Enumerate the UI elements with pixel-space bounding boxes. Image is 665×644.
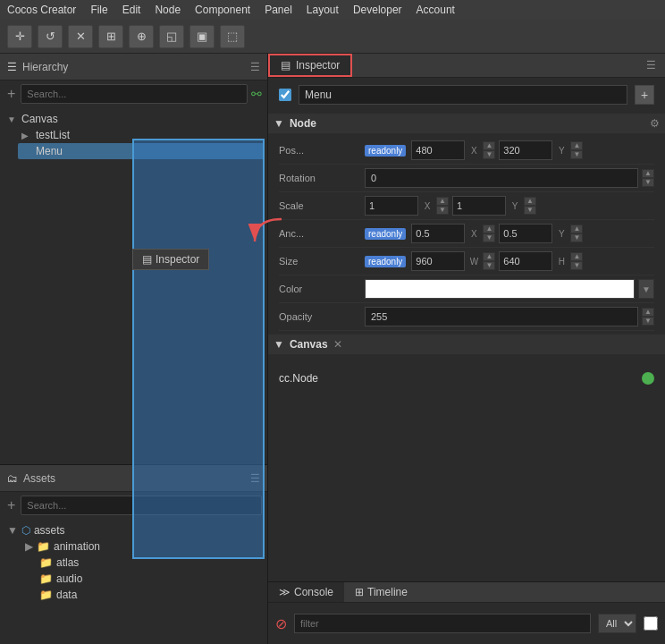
asset-item-audio[interactable]: 📁 audio xyxy=(21,571,264,587)
opacity-up-button[interactable]: ▲ xyxy=(642,308,654,317)
sprite-tool-button[interactable]: ⬚ xyxy=(220,25,245,48)
grid-tool-button[interactable]: ▣ xyxy=(189,25,215,48)
size-h-up-button[interactable]: ▲ xyxy=(570,252,583,261)
asset-item-atlas[interactable]: 📁 atlas xyxy=(21,555,264,571)
inspector-tab-floating[interactable]: ▤ Inspector xyxy=(132,249,209,270)
scale-tool-button[interactable]: ✕ xyxy=(68,25,93,48)
anchor-y-down-button[interactable]: ▼ xyxy=(570,233,583,242)
size-property-row: Size readonly W ▲ ▼ H ▲ ▼ xyxy=(279,248,654,275)
opacity-input[interactable] xyxy=(365,307,638,326)
asset-item-assets-root[interactable]: ▼ ⬡ assets xyxy=(4,522,264,538)
pos-x-input[interactable] xyxy=(411,140,465,160)
asset-item-data[interactable]: 📁 data xyxy=(21,587,264,603)
pos-readonly-badge: readonly xyxy=(365,145,406,157)
scale-x-down-button[interactable]: ▼ xyxy=(436,206,449,215)
rotation-up-button[interactable]: ▲ xyxy=(642,169,654,178)
pos-x-spinners: ▲ ▼ xyxy=(483,141,495,159)
color-dropdown-arrow[interactable]: ▼ xyxy=(638,279,654,299)
node-section-header[interactable]: ▼ Node ⚙ xyxy=(268,114,665,133)
color-label: Color xyxy=(279,284,359,294)
scale-y-input[interactable] xyxy=(452,196,506,216)
inspector-tab-more[interactable]: ☰ xyxy=(637,54,665,77)
size-w-down-button[interactable]: ▼ xyxy=(483,261,495,270)
canvas-section-close-icon[interactable]: ✕ xyxy=(333,338,342,351)
scale-y-down-button[interactable]: ▼ xyxy=(524,206,536,215)
assets-add-button[interactable]: + xyxy=(5,497,17,513)
anchor-y-up-button[interactable]: ▲ xyxy=(570,225,583,233)
menu-developer[interactable]: Developer xyxy=(353,4,402,16)
hierarchy-menu-icon[interactable]: ☰ xyxy=(250,61,260,73)
timeline-tab[interactable]: ⊞ Timeline xyxy=(344,582,418,602)
filter-input[interactable] xyxy=(294,614,591,633)
hierarchy-add-button[interactable]: + xyxy=(5,86,17,102)
node-active-checkbox[interactable] xyxy=(279,89,291,101)
pos-x-up-button[interactable]: ▲ xyxy=(483,141,495,150)
rotation-input[interactable] xyxy=(365,168,638,188)
rotation-down-button[interactable]: ▼ xyxy=(642,178,654,187)
anchor-x-spinners: ▲ ▼ xyxy=(483,225,495,242)
tree-item-menu[interactable]: Menu xyxy=(18,143,264,159)
frame-tool-button[interactable]: ◱ xyxy=(159,25,184,48)
anchor-x-input[interactable] xyxy=(411,224,465,243)
timeline-tab-label: Timeline xyxy=(367,586,408,598)
menu-cocos[interactable]: Cocos Creator xyxy=(7,4,76,16)
size-w-input[interactable] xyxy=(411,251,465,271)
opacity-down-button[interactable]: ▼ xyxy=(642,317,654,326)
console-checkbox[interactable] xyxy=(644,616,658,631)
move-tool-button[interactable]: ✛ xyxy=(7,25,32,48)
pos-y-input[interactable] xyxy=(499,140,552,160)
pos-y-up-button[interactable]: ▲ xyxy=(570,141,583,150)
console-tab[interactable]: ≫ Console xyxy=(268,582,344,602)
inspector-content: + ▼ Node ⚙ Pos... readonly X ▲ ▼ xyxy=(268,78,665,581)
node-section-gear-icon[interactable]: ⚙ xyxy=(650,117,660,130)
anchor-x-up-button[interactable]: ▲ xyxy=(483,225,495,233)
assets-search-bar: + xyxy=(0,492,267,519)
hierarchy-panel: ☰ Hierarchy ☰ + ⚯ ▼ Canvas ▶ testList xyxy=(0,54,267,465)
menu-edit[interactable]: Edit xyxy=(122,4,141,16)
pos-x-down-button[interactable]: ▼ xyxy=(483,150,495,159)
hierarchy-search-input[interactable] xyxy=(21,84,248,104)
size-w-label: W xyxy=(468,257,479,267)
color-swatch[interactable] xyxy=(365,279,635,299)
menu-layout[interactable]: Layout xyxy=(307,4,339,16)
rect-tool-button[interactable]: ⊞ xyxy=(98,25,123,48)
size-label: Size xyxy=(279,256,359,267)
pos-label: Pos... xyxy=(279,145,359,156)
add-component-button[interactable]: + xyxy=(635,85,654,105)
canvas-section-arrow: ▼ xyxy=(274,338,284,351)
inspector-tab[interactable]: ▤ Inspector xyxy=(268,54,352,77)
testlist-label: testList xyxy=(36,129,70,141)
menu-label: Menu xyxy=(36,145,63,157)
animation-expand-icon: ▶ xyxy=(25,540,33,553)
scale-y-up-button[interactable]: ▲ xyxy=(524,197,536,206)
scale-x-up-button[interactable]: ▲ xyxy=(436,197,449,206)
node-name-input[interactable] xyxy=(299,85,627,105)
anchor-y-input[interactable] xyxy=(499,224,552,243)
size-w-up-button[interactable]: ▲ xyxy=(483,252,495,261)
hierarchy-tree: ▼ Canvas ▶ testList Menu xyxy=(0,107,267,464)
canvas-section-header[interactable]: ▼ Canvas ✕ xyxy=(268,335,665,354)
menu-component[interactable]: Component xyxy=(195,4,250,16)
assets-search-input[interactable] xyxy=(21,496,262,515)
menu-panel[interactable]: Panel xyxy=(265,4,292,16)
rotate-tool-button[interactable]: ↺ xyxy=(38,25,63,48)
assets-title: Assets xyxy=(23,472,245,485)
scale-x-label: X xyxy=(422,201,433,211)
tree-item-testlist[interactable]: ▶ testList xyxy=(18,127,264,143)
scale-x-input[interactable] xyxy=(365,196,418,216)
add-tool-button[interactable]: ⊕ xyxy=(129,25,154,48)
hierarchy-link-icon[interactable]: ⚯ xyxy=(251,87,262,101)
pos-y-down-button[interactable]: ▼ xyxy=(570,150,583,159)
tree-item-canvas[interactable]: ▼ Canvas xyxy=(4,111,264,127)
menu-node[interactable]: Node xyxy=(155,4,181,16)
size-h-down-button[interactable]: ▼ xyxy=(570,261,583,270)
size-h-input[interactable] xyxy=(499,251,552,271)
menu-file[interactable]: File xyxy=(90,4,107,16)
menu-account[interactable]: Account xyxy=(417,4,455,16)
filter-dropdown[interactable]: All xyxy=(598,614,636,633)
clear-console-button[interactable]: ⊘ xyxy=(275,615,287,632)
assets-expand-icon: ▼ xyxy=(7,524,18,537)
asset-item-animation[interactable]: ▶ 📁 animation xyxy=(21,538,264,555)
assets-menu-icon[interactable]: ☰ xyxy=(250,472,260,485)
anchor-x-down-button[interactable]: ▼ xyxy=(483,233,495,242)
